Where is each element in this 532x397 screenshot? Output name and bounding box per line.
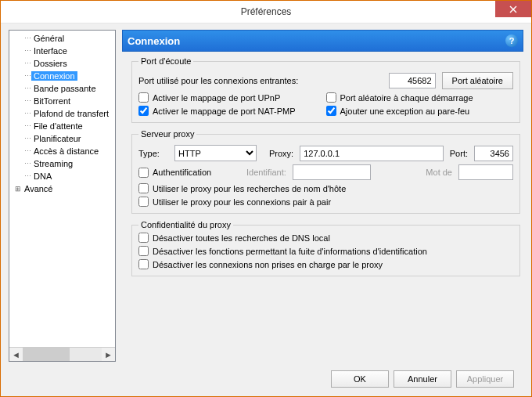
- scroll-thumb[interactable]: [23, 348, 70, 361]
- expand-icon[interactable]: ⊞: [14, 186, 22, 193]
- listening-legend: Port d'écoute: [138, 56, 193, 66]
- scroll-right-icon[interactable]: ►: [102, 348, 115, 361]
- tree-connector-icon: ⋯: [23, 48, 31, 55]
- tree-connector-icon: ⋯: [23, 135, 31, 143]
- scroll-track[interactable]: [23, 348, 102, 361]
- proxy-host-label: Proxy:: [269, 149, 293, 158]
- port-input[interactable]: [389, 73, 436, 88]
- auth-checkbox[interactable]: Authentification: [138, 168, 240, 178]
- close-icon: [509, 5, 517, 13]
- tree-item-dna[interactable]: ⋯DNA: [9, 170, 115, 182]
- category-sidebar: ⋯Général ⋯Interface ⋯Dossiers ⋯Connexion…: [9, 30, 116, 362]
- tree-connector-icon: ⋯: [23, 173, 31, 180]
- hostlookup-checkbox[interactable]: Utiliser le proxy pour les recherches de…: [138, 183, 513, 193]
- proxy-legend: Serveur proxy: [138, 129, 196, 139]
- proxy-privacy-group: Confidentialité du proxy Désactiver tout…: [131, 220, 520, 276]
- tree-connector-icon: ⋯: [23, 35, 31, 42]
- scroll-left-icon[interactable]: ◄: [9, 348, 23, 361]
- tree-item-bande-passante[interactable]: ⋯Bande passante: [9, 82, 115, 95]
- tree-connector-icon: ⋯: [23, 60, 31, 67]
- ident-input: [293, 164, 371, 180]
- unsupported-checkbox[interactable]: Désactiver les connexions non prises en …: [138, 259, 513, 269]
- tree-item-acces-distance[interactable]: ⋯Accès à distance: [9, 145, 115, 157]
- tree-connector-icon: ⋯: [23, 148, 31, 155]
- panel-content: Port d'écoute Port utilisé pour les conn…: [122, 52, 523, 362]
- tree-connector-icon: ⋯: [23, 98, 31, 105]
- listening-port-group: Port d'écoute Port utilisé pour les conn…: [131, 56, 520, 123]
- proxy-host-input[interactable]: [300, 146, 444, 161]
- pass-label: Mot de: [426, 168, 452, 177]
- tree-item-file-attente[interactable]: ⋯File d'attente: [9, 120, 115, 132]
- natpmp-checkbox[interactable]: Activer le mappage de port NAT-PMP: [138, 106, 326, 116]
- tree-item-planificateur[interactable]: ⋯Planificateur: [9, 132, 115, 145]
- p2p-checkbox[interactable]: Utiliser le proxy pour les connexions pa…: [138, 197, 513, 207]
- proxy-port-label: Port:: [450, 149, 468, 158]
- tree-connector-icon: ⋯: [23, 123, 31, 130]
- port-label: Port utilisé pour les connexions entrant…: [138, 76, 298, 85]
- tree-item-streaming[interactable]: ⋯Streaming: [9, 157, 115, 170]
- ident-label: Identifiant:: [246, 168, 286, 177]
- dns-checkbox[interactable]: Désactiver toutes les recherches de DNS …: [138, 233, 513, 243]
- titlebar: Préférences: [1, 1, 531, 23]
- window-title: Préférences: [241, 6, 292, 17]
- panel-title: Connexion: [128, 35, 180, 47]
- tree-connector-icon: ⋯: [23, 161, 31, 168]
- category-tree[interactable]: ⋯Général ⋯Interface ⋯Dossiers ⋯Connexion…: [9, 31, 115, 347]
- tree-connector-icon: ⋯: [23, 85, 31, 92]
- tree-item-avance[interactable]: ⊞Avancé: [9, 182, 115, 195]
- tree-item-general[interactable]: ⋯Général: [9, 32, 115, 45]
- ok-button[interactable]: OK: [331, 370, 389, 388]
- panel-header: Connexion ?: [122, 30, 523, 52]
- apply-button: Appliquer: [456, 370, 514, 388]
- tree-connector-icon: ⋯: [23, 73, 31, 80]
- tree-item-dossiers[interactable]: ⋯Dossiers: [9, 57, 115, 70]
- firewall-checkbox[interactable]: Ajouter une exception au pare-feu: [326, 106, 514, 116]
- proxy-port-input[interactable]: [474, 146, 513, 161]
- proxy-group: Serveur proxy Type: HTTP Proxy: Port: Au…: [131, 129, 520, 214]
- dialog-footer: OK Annuler Appliquer: [9, 362, 523, 396]
- pass-input: [458, 164, 513, 180]
- proxy-type-select[interactable]: HTTP: [174, 145, 257, 161]
- cancel-button[interactable]: Annuler: [394, 370, 451, 388]
- proxy-type-label: Type:: [138, 149, 168, 158]
- tree-item-bittorrent[interactable]: ⋯BitTorrent: [9, 95, 115, 107]
- tree-connector-icon: ⋯: [23, 110, 31, 117]
- random-port-button[interactable]: Port aléatoire: [442, 72, 513, 89]
- tree-item-interface[interactable]: ⋯Interface: [9, 45, 115, 57]
- close-button[interactable]: [495, 1, 531, 17]
- privacy-legend: Confidentialité du proxy: [138, 220, 233, 229]
- random-start-checkbox[interactable]: Port aléatoire à chaque démarrage: [326, 92, 514, 103]
- sidebar-hscrollbar[interactable]: ◄ ►: [9, 347, 115, 361]
- tree-item-plafond[interactable]: ⋯Plafond de transfert: [9, 107, 115, 120]
- upnp-checkbox[interactable]: Activer le mappage de port UPnP: [138, 92, 326, 103]
- leak-checkbox[interactable]: Désactiver les fonctions permettant la f…: [138, 246, 513, 256]
- tree-item-connexion[interactable]: ⋯Connexion: [9, 70, 115, 82]
- help-button[interactable]: ?: [505, 34, 518, 47]
